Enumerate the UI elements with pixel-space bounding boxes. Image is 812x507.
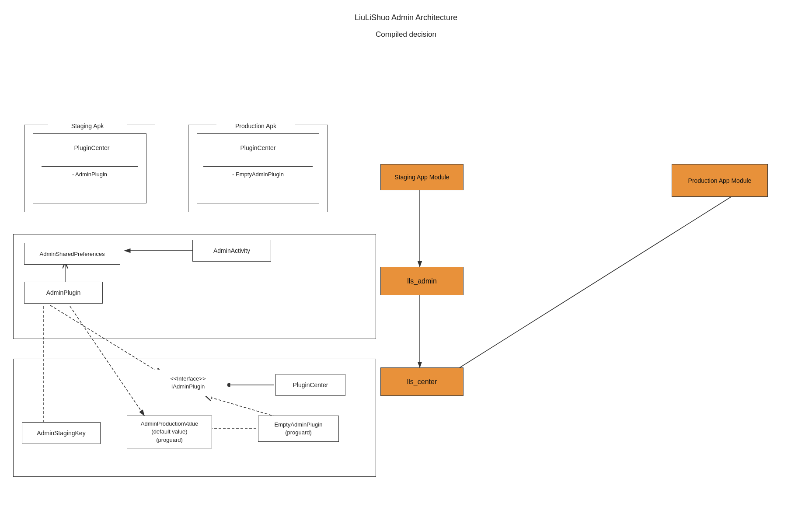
production-emptyadminplugin-label: - EmptyAdminPlugin bbox=[203, 166, 313, 182]
staging-app-module-box: Staging App Module bbox=[380, 164, 464, 190]
plugin-center-box: PluginCenter bbox=[275, 374, 345, 396]
svg-line-7 bbox=[446, 194, 736, 376]
admin-staging-key-box: AdminStagingKey bbox=[22, 422, 101, 444]
admin-production-value-box: AdminProductionValue (default value) (pr… bbox=[127, 416, 212, 448]
staging-apk-label: Staging Apk bbox=[48, 118, 127, 133]
admin-activity-box: AdminActivity bbox=[192, 240, 271, 262]
production-plugincenter-label: PluginCenter bbox=[227, 140, 289, 155]
lls-admin-box: lls_admin bbox=[380, 267, 464, 295]
page-title: LiuLiShuo Admin Architecture bbox=[0, 13, 812, 22]
diagram: Staging Apk PluginCenter - AdminPlugin P… bbox=[0, 52, 812, 507]
staging-adminplugin-label: - AdminPlugin bbox=[42, 166, 138, 182]
empty-admin-plugin-box: EmptyAdminPlugin (proguard) bbox=[258, 416, 339, 442]
admin-shared-prefs-box: AdminSharedPreferences bbox=[24, 243, 120, 265]
iadminplugin-label: <<Interface>> IAdminPlugin bbox=[149, 370, 227, 396]
admin-plugin-box: AdminPlugin bbox=[24, 282, 103, 304]
production-apk-label: Production Apk bbox=[216, 118, 295, 133]
lls-center-box: lls_center bbox=[380, 367, 464, 396]
page-subtitle: Compiled decision bbox=[0, 30, 812, 39]
production-app-module-box: Production App Module bbox=[672, 164, 768, 197]
staging-plugincenter-label: PluginCenter bbox=[61, 140, 122, 155]
